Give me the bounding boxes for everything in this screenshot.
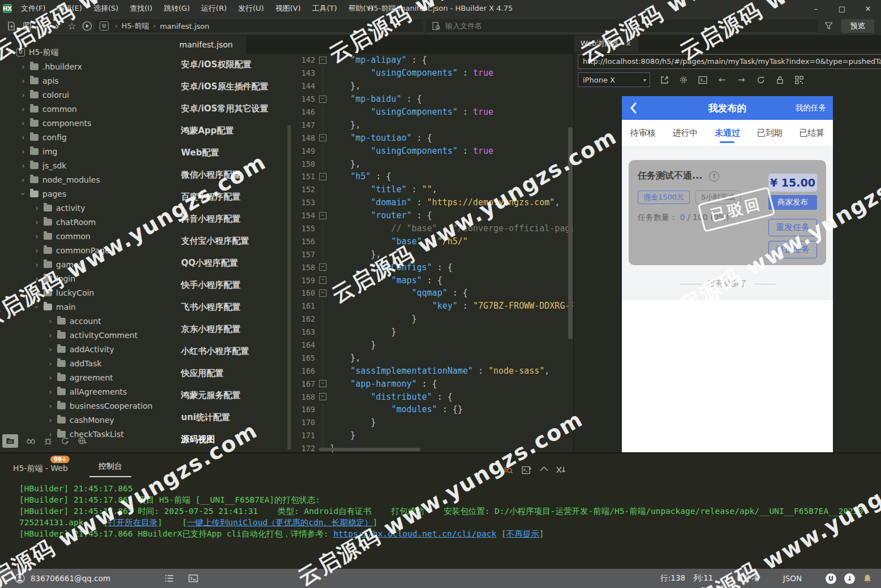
config-nav-item[interactable]: Web配置 [166,142,291,164]
tree-item[interactable]: ›agreement [0,370,166,384]
fold-icon[interactable]: − [319,57,326,64]
chevron-right-icon[interactable]: › [46,359,54,368]
tree-item[interactable]: ›login [0,271,166,286]
tree-item[interactable]: ›commonPage [0,243,166,257]
nav-back-icon[interactable]: ← [717,75,727,85]
tab-web-browser[interactable]: Web浏览器 ✕ [574,35,638,52]
tree-item[interactable]: ›config [0,130,166,144]
tree-item[interactable]: ›node_modules [0,172,166,187]
chevron-right-icon[interactable]: › [33,246,41,255]
fold-icon[interactable]: − [319,134,326,141]
menu-item[interactable]: 查找(I) [124,0,158,17]
chevron-right-icon[interactable]: › [19,161,27,170]
favorite-star-icon[interactable]: ☆ [66,20,78,32]
config-nav-item[interactable]: 小红书小程序配置 [166,340,291,362]
cursor-line[interactable]: 行:138 [660,573,685,583]
device-select[interactable]: iPhone X ▾ [578,72,650,87]
tree-item[interactable]: ›account [0,314,166,328]
files-panel-icon[interactable] [2,434,18,448]
tree-item[interactable]: ›colorui [0,88,166,102]
refresh-icon[interactable] [755,76,766,84]
tab-console[interactable]: 控制台 [89,461,131,477]
menu-item[interactable]: 视图(V) [269,0,306,17]
tree-item[interactable]: ›js_sdk [0,158,166,172]
console-icon[interactable] [698,76,708,84]
web-panel-icon[interactable] [78,436,87,446]
chevron-right-icon[interactable]: › [33,232,41,241]
close-button[interactable]: ✕ [855,0,881,17]
maximize-button[interactable]: □ [829,0,855,17]
account-email[interactable]: 836706661@qq.com [31,574,110,583]
config-nav-scrollbar[interactable] [287,126,291,449]
chevron-right-icon[interactable]: › [33,274,41,283]
config-nav-item[interactable]: 安卓/iOS常用其它设置 [166,98,291,120]
code-editor[interactable]: 142− "mp-alipay" : {143 "usingComponents… [291,54,573,452]
chevron-right-icon[interactable]: › [19,147,27,156]
run-icon[interactable] [81,20,93,32]
encoding[interactable]: UTF-8 [737,574,759,583]
chevron-right-icon[interactable]: › [46,416,54,425]
chevron-right-icon[interactable]: › [33,260,41,269]
menu-item[interactable]: 发行(U) [233,0,270,17]
chevron-right-icon[interactable]: › [19,175,27,184]
config-nav-item[interactable]: 抖音小程序配置 [166,208,291,230]
console-link[interactable]: https://hx.dcloud.net.cn/cli/pack [333,529,496,538]
editor-vertical-scrollbar[interactable] [568,127,573,339]
tree-item[interactable]: ›allAgreements [0,384,166,399]
config-nav-item[interactable]: 快手小程序配置 [166,274,291,296]
app-tab-未通过[interactable]: 未通过 [714,123,741,143]
config-nav-item[interactable]: 安卓/iOS原生插件配置 [166,76,291,98]
fold-icon[interactable]: − [319,173,326,180]
cursor-col[interactable]: 列:11 [693,573,713,583]
collapse-panel-icon[interactable] [540,466,548,472]
task-card[interactable]: 任务测试不通... ! 佣金1500元 5小时完成 任务数量： 0 / 100 … [629,160,826,265]
breadcrumb-file[interactable]: manifest.json [160,22,209,31]
qr-code-icon[interactable] [794,76,804,84]
chevron-right-icon[interactable]: › [46,331,54,340]
settings-gear-icon[interactable] [678,75,689,84]
console-link[interactable]: 不再提示 [506,529,539,538]
terminal-status-icon[interactable] [188,574,198,582]
fold-icon[interactable]: − [319,393,326,400]
chevron-down-icon[interactable]: › [32,303,41,311]
app-tab-已结算[interactable]: 已结算 [798,123,826,143]
chevron-right-icon[interactable]: › [46,345,54,354]
fold-icon[interactable]: − [319,212,326,219]
tree-item[interactable]: ›luckyCoin [0,286,166,300]
tree-item[interactable]: ›addTask [0,356,166,370]
filter-icon[interactable] [824,21,833,30]
file-type[interactable]: JSON [783,574,802,583]
notification-bell-icon[interactable] [863,574,872,583]
tree-item[interactable]: ›img [0,144,166,158]
app-tab-待审核[interactable]: 待审核 [629,123,657,143]
fold-icon[interactable]: − [319,96,326,103]
new-file-icon[interactable] [6,20,17,32]
warning-icon[interactable]: ! [709,171,719,181]
config-nav-item[interactable]: 鸿蒙元服务配置 [166,384,291,407]
menu-item[interactable]: 文件(F) [15,0,51,17]
console-link[interactable]: 一键上传到uniCloud（更优惠的cdn、长期稳定） [187,518,373,527]
tree-item[interactable]: ›UH5-前端 [0,45,166,59]
url-input[interactable]: http://localhost:8080/h5/#/pages/main/my… [578,54,881,69]
config-nav-item[interactable]: 飞书小程序配置 [166,296,291,318]
chevron-right-icon[interactable]: › [19,76,27,85]
config-nav-item[interactable]: 安卓/iOS权限配置 [166,54,291,76]
tree-item[interactable]: ›games [0,257,166,271]
lock-icon[interactable] [775,76,785,84]
tree-item[interactable]: ›cashMoney [0,413,166,427]
new-terminal-icon[interactable] [522,466,532,474]
save-icon[interactable] [22,20,33,32]
forward-icon[interactable]: › [51,20,63,32]
uni-logo-icon[interactable]: U [826,573,836,584]
menu-item[interactable]: 工具(T) [307,0,343,17]
chevron-down-icon[interactable]: › [5,49,14,57]
tree-item[interactable]: ›businessCooperation [0,399,166,413]
stop-task-button[interactable]: 终止任务 [768,241,817,258]
chevron-right-icon[interactable]: › [46,387,54,396]
config-nav-item[interactable]: QQ小程序配置 [166,252,291,274]
search-panel-icon[interactable] [26,436,36,446]
tree-item[interactable]: ›addActivity [0,342,166,356]
file-search-input[interactable]: 输入文件名 [426,19,818,33]
nav-forward-icon[interactable]: → [736,75,746,85]
tree-item[interactable]: ›common [0,102,166,116]
